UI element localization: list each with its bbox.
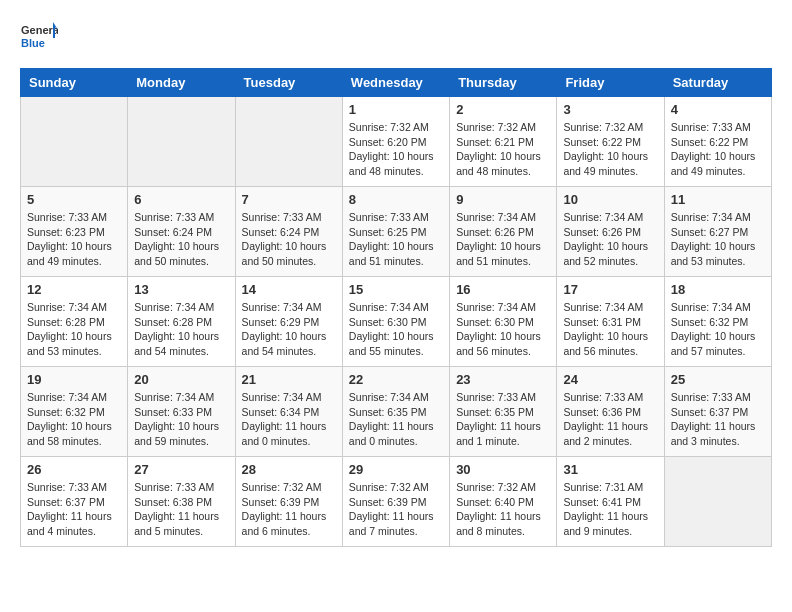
day-number: 29 (349, 462, 443, 477)
day-number: 4 (671, 102, 765, 117)
day-number: 2 (456, 102, 550, 117)
day-info: Sunrise: 7:34 AM Sunset: 6:29 PM Dayligh… (242, 300, 336, 359)
calendar-table: SundayMondayTuesdayWednesdayThursdayFrid… (20, 68, 772, 547)
day-number: 24 (563, 372, 657, 387)
weekday-header-friday: Friday (557, 69, 664, 97)
day-info: Sunrise: 7:32 AM Sunset: 6:20 PM Dayligh… (349, 120, 443, 179)
day-info: Sunrise: 7:33 AM Sunset: 6:25 PM Dayligh… (349, 210, 443, 269)
calendar-cell: 30Sunrise: 7:32 AM Sunset: 6:40 PM Dayli… (450, 457, 557, 547)
day-number: 1 (349, 102, 443, 117)
calendar-cell: 20Sunrise: 7:34 AM Sunset: 6:33 PM Dayli… (128, 367, 235, 457)
weekday-header-row: SundayMondayTuesdayWednesdayThursdayFrid… (21, 69, 772, 97)
calendar-cell: 21Sunrise: 7:34 AM Sunset: 6:34 PM Dayli… (235, 367, 342, 457)
day-info: Sunrise: 7:34 AM Sunset: 6:28 PM Dayligh… (134, 300, 228, 359)
day-info: Sunrise: 7:33 AM Sunset: 6:22 PM Dayligh… (671, 120, 765, 179)
day-info: Sunrise: 7:34 AM Sunset: 6:34 PM Dayligh… (242, 390, 336, 449)
calendar-cell: 4Sunrise: 7:33 AM Sunset: 6:22 PM Daylig… (664, 97, 771, 187)
calendar-cell (235, 97, 342, 187)
calendar-cell: 16Sunrise: 7:34 AM Sunset: 6:30 PM Dayli… (450, 277, 557, 367)
calendar-cell: 23Sunrise: 7:33 AM Sunset: 6:35 PM Dayli… (450, 367, 557, 457)
calendar-cell: 1Sunrise: 7:32 AM Sunset: 6:20 PM Daylig… (342, 97, 449, 187)
day-info: Sunrise: 7:34 AM Sunset: 6:30 PM Dayligh… (456, 300, 550, 359)
calendar-week-1: 1Sunrise: 7:32 AM Sunset: 6:20 PM Daylig… (21, 97, 772, 187)
day-info: Sunrise: 7:34 AM Sunset: 6:33 PM Dayligh… (134, 390, 228, 449)
calendar-cell: 19Sunrise: 7:34 AM Sunset: 6:32 PM Dayli… (21, 367, 128, 457)
day-number: 7 (242, 192, 336, 207)
calendar-cell: 3Sunrise: 7:32 AM Sunset: 6:22 PM Daylig… (557, 97, 664, 187)
calendar-cell: 7Sunrise: 7:33 AM Sunset: 6:24 PM Daylig… (235, 187, 342, 277)
day-info: Sunrise: 7:34 AM Sunset: 6:26 PM Dayligh… (456, 210, 550, 269)
day-number: 15 (349, 282, 443, 297)
day-number: 21 (242, 372, 336, 387)
calendar-cell: 10Sunrise: 7:34 AM Sunset: 6:26 PM Dayli… (557, 187, 664, 277)
day-number: 19 (27, 372, 121, 387)
day-info: Sunrise: 7:34 AM Sunset: 6:27 PM Dayligh… (671, 210, 765, 269)
calendar-cell: 25Sunrise: 7:33 AM Sunset: 6:37 PM Dayli… (664, 367, 771, 457)
weekday-header-wednesday: Wednesday (342, 69, 449, 97)
calendar-cell: 27Sunrise: 7:33 AM Sunset: 6:38 PM Dayli… (128, 457, 235, 547)
logo: General Blue (20, 20, 58, 58)
calendar-cell: 14Sunrise: 7:34 AM Sunset: 6:29 PM Dayli… (235, 277, 342, 367)
day-info: Sunrise: 7:34 AM Sunset: 6:30 PM Dayligh… (349, 300, 443, 359)
calendar-cell: 5Sunrise: 7:33 AM Sunset: 6:23 PM Daylig… (21, 187, 128, 277)
calendar-week-5: 26Sunrise: 7:33 AM Sunset: 6:37 PM Dayli… (21, 457, 772, 547)
day-number: 8 (349, 192, 443, 207)
day-number: 9 (456, 192, 550, 207)
day-info: Sunrise: 7:33 AM Sunset: 6:24 PM Dayligh… (242, 210, 336, 269)
day-info: Sunrise: 7:33 AM Sunset: 6:36 PM Dayligh… (563, 390, 657, 449)
calendar-cell: 15Sunrise: 7:34 AM Sunset: 6:30 PM Dayli… (342, 277, 449, 367)
day-number: 28 (242, 462, 336, 477)
day-info: Sunrise: 7:33 AM Sunset: 6:24 PM Dayligh… (134, 210, 228, 269)
calendar-cell (128, 97, 235, 187)
day-number: 10 (563, 192, 657, 207)
day-number: 13 (134, 282, 228, 297)
day-info: Sunrise: 7:34 AM Sunset: 6:35 PM Dayligh… (349, 390, 443, 449)
calendar-cell: 26Sunrise: 7:33 AM Sunset: 6:37 PM Dayli… (21, 457, 128, 547)
calendar-cell (664, 457, 771, 547)
calendar-cell: 18Sunrise: 7:34 AM Sunset: 6:32 PM Dayli… (664, 277, 771, 367)
weekday-header-tuesday: Tuesday (235, 69, 342, 97)
day-number: 30 (456, 462, 550, 477)
day-info: Sunrise: 7:34 AM Sunset: 6:28 PM Dayligh… (27, 300, 121, 359)
day-info: Sunrise: 7:33 AM Sunset: 6:23 PM Dayligh… (27, 210, 121, 269)
calendar-week-2: 5Sunrise: 7:33 AM Sunset: 6:23 PM Daylig… (21, 187, 772, 277)
day-info: Sunrise: 7:32 AM Sunset: 6:22 PM Dayligh… (563, 120, 657, 179)
calendar-cell: 31Sunrise: 7:31 AM Sunset: 6:41 PM Dayli… (557, 457, 664, 547)
calendar-cell: 6Sunrise: 7:33 AM Sunset: 6:24 PM Daylig… (128, 187, 235, 277)
day-number: 6 (134, 192, 228, 207)
weekday-header-monday: Monday (128, 69, 235, 97)
logo-svg: General Blue (20, 20, 58, 58)
day-info: Sunrise: 7:32 AM Sunset: 6:39 PM Dayligh… (242, 480, 336, 539)
calendar-cell: 28Sunrise: 7:32 AM Sunset: 6:39 PM Dayli… (235, 457, 342, 547)
day-info: Sunrise: 7:34 AM Sunset: 6:32 PM Dayligh… (27, 390, 121, 449)
svg-text:Blue: Blue (21, 37, 45, 49)
calendar-cell: 8Sunrise: 7:33 AM Sunset: 6:25 PM Daylig… (342, 187, 449, 277)
day-number: 14 (242, 282, 336, 297)
day-number: 26 (27, 462, 121, 477)
day-number: 23 (456, 372, 550, 387)
day-number: 11 (671, 192, 765, 207)
weekday-header-thursday: Thursday (450, 69, 557, 97)
day-info: Sunrise: 7:32 AM Sunset: 6:40 PM Dayligh… (456, 480, 550, 539)
calendar-cell: 24Sunrise: 7:33 AM Sunset: 6:36 PM Dayli… (557, 367, 664, 457)
calendar-cell: 11Sunrise: 7:34 AM Sunset: 6:27 PM Dayli… (664, 187, 771, 277)
weekday-header-saturday: Saturday (664, 69, 771, 97)
day-info: Sunrise: 7:34 AM Sunset: 6:31 PM Dayligh… (563, 300, 657, 359)
day-info: Sunrise: 7:33 AM Sunset: 6:35 PM Dayligh… (456, 390, 550, 449)
page-header: General Blue (20, 20, 772, 58)
calendar-cell: 2Sunrise: 7:32 AM Sunset: 6:21 PM Daylig… (450, 97, 557, 187)
day-number: 5 (27, 192, 121, 207)
calendar-cell: 9Sunrise: 7:34 AM Sunset: 6:26 PM Daylig… (450, 187, 557, 277)
day-info: Sunrise: 7:32 AM Sunset: 6:39 PM Dayligh… (349, 480, 443, 539)
day-number: 25 (671, 372, 765, 387)
day-number: 18 (671, 282, 765, 297)
day-number: 22 (349, 372, 443, 387)
day-number: 16 (456, 282, 550, 297)
day-number: 31 (563, 462, 657, 477)
day-info: Sunrise: 7:33 AM Sunset: 6:38 PM Dayligh… (134, 480, 228, 539)
day-info: Sunrise: 7:33 AM Sunset: 6:37 PM Dayligh… (27, 480, 121, 539)
calendar-cell: 13Sunrise: 7:34 AM Sunset: 6:28 PM Dayli… (128, 277, 235, 367)
day-info: Sunrise: 7:33 AM Sunset: 6:37 PM Dayligh… (671, 390, 765, 449)
calendar-week-4: 19Sunrise: 7:34 AM Sunset: 6:32 PM Dayli… (21, 367, 772, 457)
day-number: 27 (134, 462, 228, 477)
